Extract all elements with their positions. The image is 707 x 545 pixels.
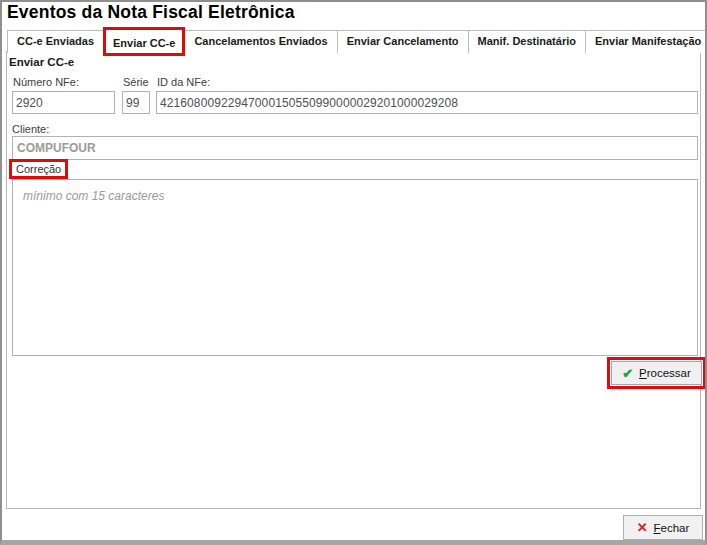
processar-button-label: Processar (639, 367, 691, 379)
cliente-label: Cliente: (12, 123, 49, 135)
page-title: Eventos da Nota Fiscal Eletrônica (7, 2, 295, 23)
nfe-events-window: Eventos da Nota Fiscal Eletrônica CC-e E… (0, 0, 707, 545)
enviar-cce-panel: Enviar CC-e Número NFe: Série ID da NFe:… (6, 52, 701, 509)
correcao-textarea[interactable] (12, 179, 698, 356)
serie-input[interactable] (122, 91, 150, 114)
check-icon: ✔ (622, 367, 633, 380)
processar-button-highlight: ✔ Processar (607, 357, 706, 389)
correcao-label: Correção (16, 163, 61, 175)
id-nfe-label: ID da NFe: (157, 76, 210, 88)
numero-nfe-input[interactable] (12, 91, 115, 114)
id-nfe-input[interactable] (156, 91, 698, 114)
correcao-label-highlight: Correção (9, 159, 68, 179)
tab-bar: CC-e Enviadas Enviar CC-e Cancelamentos … (7, 30, 707, 53)
fechar-button[interactable]: ✕ Fechar (623, 515, 703, 540)
numero-nfe-label: Número NFe: (13, 76, 79, 88)
serie-label: Série (123, 76, 149, 88)
processar-button[interactable]: ✔ Processar (611, 361, 702, 385)
cliente-field[interactable] (12, 136, 698, 160)
tab-cancelamentos-enviados[interactable]: Cancelamentos Enviados (184, 30, 337, 53)
tab-enviar-cancelamento[interactable]: Enviar Cancelamento (337, 30, 469, 53)
tab-manif-destinatario[interactable]: Manif. Destinatário (468, 30, 586, 53)
x-icon: ✕ (637, 521, 648, 534)
tab-enviar-manifestacao[interactable]: Enviar Manifestação (585, 30, 707, 53)
group-title: Enviar CC-e (9, 56, 74, 68)
tab-enviar-cce[interactable]: Enviar CC-e (103, 27, 185, 56)
fechar-button-label: Fechar (654, 522, 690, 534)
tab-cce-enviadas[interactable]: CC-e Enviadas (7, 30, 104, 53)
